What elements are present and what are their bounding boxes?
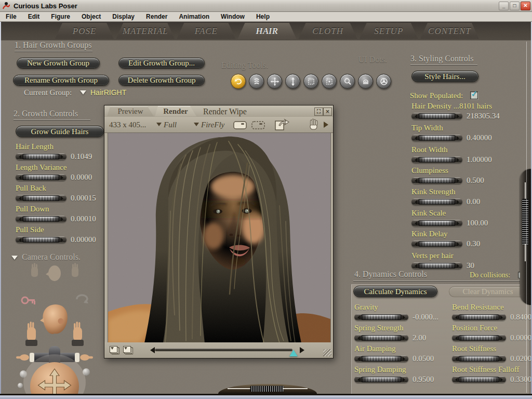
pull-back-dial[interactable]: [16, 195, 66, 202]
dial-value[interactable]: 0.1049: [71, 152, 92, 161]
clear-dynamics-button[interactable]: Clear Dynamics: [449, 286, 527, 297]
slider-left-arrow-icon[interactable]: [147, 347, 155, 353]
translate-vertical-tool-icon[interactable]: [285, 74, 300, 89]
dial-value[interactable]: 2.00: [413, 334, 426, 342]
kink-strength-dial[interactable]: [411, 198, 462, 205]
dial-value[interactable]: 0.9500: [413, 375, 434, 384]
tip-width-dial[interactable]: [411, 135, 462, 141]
minimize-button[interactable]: _: [499, 2, 509, 10]
magnify-tool-icon[interactable]: [340, 74, 355, 89]
verts-per-hair-dial[interactable]: [411, 262, 462, 269]
kink-delay-dial[interactable]: [411, 241, 462, 247]
toolbar-more-icon[interactable]: [324, 122, 331, 128]
length-variance-dial[interactable]: [16, 174, 66, 181]
gravity-dial[interactable]: [354, 314, 408, 321]
menu-render[interactable]: Render: [140, 13, 173, 20]
show-populated-checkbox[interactable]: ✓: [470, 91, 478, 99]
close-window-icon[interactable]: ×: [323, 108, 332, 116]
dial-value[interactable]: 30: [467, 261, 474, 270]
render-resolution[interactable]: 433 x 405...: [109, 121, 146, 129]
tab-cloth[interactable]: CLOTH: [299, 23, 357, 39]
menu-animation[interactable]: Animation: [173, 13, 215, 20]
dial-value[interactable]: 218305.34: [467, 112, 500, 121]
dial-value[interactable]: 0.500: [467, 176, 484, 185]
edit-growth-group-button[interactable]: Edit Growth Group...: [118, 58, 205, 69]
resize-grip[interactable]: [323, 349, 331, 356]
spring-strength-dial[interactable]: [354, 335, 408, 341]
style-hairs-button[interactable]: Style Hairs...: [411, 71, 478, 82]
hair-length-dial[interactable]: [16, 153, 66, 160]
compare-render-icon[interactable]: [110, 346, 119, 354]
compare-render-icon-2[interactable]: [123, 346, 132, 354]
spin-tool-icon[interactable]: [376, 74, 391, 89]
menu-file[interactable]: File: [0, 13, 22, 20]
camera-controls-cluster[interactable]: [10, 262, 99, 394]
slider-thumb[interactable]: [289, 345, 298, 356]
tab-content[interactable]: CONTENT: [420, 23, 479, 39]
current-group-dropdown-icon[interactable]: [80, 90, 86, 98]
hair-density-dial[interactable]: [411, 113, 462, 119]
render-canvas[interactable]: [108, 132, 331, 343]
render-compare-slider[interactable]: [155, 349, 292, 351]
root-stiffness-dial[interactable]: [452, 355, 506, 362]
current-group-value[interactable]: HairRIGHT: [90, 88, 126, 97]
menu-display[interactable]: Display: [107, 13, 140, 20]
dial-value[interactable]: 0.00010: [71, 215, 96, 223]
render-engine-dropdown[interactable]: FireFly: [194, 121, 224, 129]
tab-setup[interactable]: SETUP: [360, 23, 418, 39]
kink-scale-dial[interactable]: [411, 220, 462, 227]
bend-resistance-dial[interactable]: [452, 314, 506, 321]
render-export-icon[interactable]: [274, 118, 289, 131]
root-stiffness-falloff-dial[interactable]: [452, 376, 506, 383]
dial-value[interactable]: 0.30: [467, 240, 480, 248]
bottom-drawer-wheel[interactable]: [250, 386, 284, 392]
tab-preview[interactable]: Preview: [107, 107, 154, 116]
dial-value[interactable]: 0.00000: [71, 235, 96, 244]
pull-side-dial[interactable]: [16, 236, 66, 243]
close-button[interactable]: ✕: [521, 2, 530, 10]
grow-guide-hairs-button[interactable]: Grow Guide Hairs: [16, 126, 104, 137]
render-camera-icon[interactable]: [233, 119, 247, 130]
rename-growth-group-button[interactable]: Rename Growth Group: [13, 75, 109, 86]
root-width-dial[interactable]: [411, 156, 462, 163]
scale-tool-icon[interactable]: [303, 74, 318, 89]
translate-tool-icon[interactable]: [267, 74, 282, 89]
dial-value[interactable]: 0.40000: [467, 134, 492, 142]
menu-object[interactable]: Object: [76, 13, 107, 20]
dial-value[interactable]: 0.00: [467, 197, 480, 206]
calculate-dynamics-button[interactable]: Calculate Dynamics: [353, 286, 437, 297]
menu-edit[interactable]: Edit: [22, 13, 46, 20]
air-damping-dial[interactable]: [354, 355, 408, 362]
menu-help[interactable]: Help: [250, 13, 275, 20]
dial-value[interactable]: 100.00: [467, 219, 488, 228]
spring-damping-dial[interactable]: [354, 376, 408, 383]
detach-window-icon[interactable]: ⛶: [314, 108, 323, 116]
dial-value[interactable]: 0.0500: [413, 354, 434, 363]
tab-hair[interactable]: HAIR: [237, 23, 296, 39]
pull-down-dial[interactable]: [16, 216, 66, 222]
new-growth-group-button[interactable]: New Growth Group: [17, 58, 100, 69]
dial-value[interactable]: 0.00015: [71, 194, 96, 203]
dial-value[interactable]: 1.00000: [467, 155, 492, 164]
dial-value[interactable]: 0.0200: [510, 354, 531, 363]
dial-value[interactable]: 0.3300: [510, 375, 531, 384]
dial-value[interactable]: 0.8400: [510, 313, 531, 322]
tab-pose[interactable]: POSE: [55, 23, 114, 39]
menu-window[interactable]: Window: [215, 13, 250, 20]
render-area-camera-icon[interactable]: [251, 119, 267, 130]
position-force-dial[interactable]: [452, 335, 506, 341]
rotate-tool-icon[interactable]: [231, 74, 246, 89]
slider-right-arrow-icon[interactable]: [300, 347, 308, 353]
tab-render[interactable]: Render: [155, 106, 196, 116]
dial-value[interactable]: 0.0000: [510, 334, 531, 342]
clumpiness-dial[interactable]: [411, 177, 462, 184]
render-size-dropdown[interactable]: Full: [156, 121, 177, 129]
dial-value[interactable]: -0.000...: [413, 313, 438, 322]
dial-value[interactable]: 0.0000: [71, 173, 92, 182]
maximize-button[interactable]: □: [510, 2, 520, 10]
title-bar[interactable]: Curious Labs Poser _ □ ✕: [0, 0, 532, 12]
right-drawer-wheel[interactable]: [522, 199, 528, 245]
tab-face[interactable]: FACE: [177, 23, 235, 39]
tab-material[interactable]: MATERIAL: [116, 23, 175, 39]
render-window[interactable]: Preview Render Render Wipe ⛶ × 433 x 405…: [104, 105, 334, 358]
